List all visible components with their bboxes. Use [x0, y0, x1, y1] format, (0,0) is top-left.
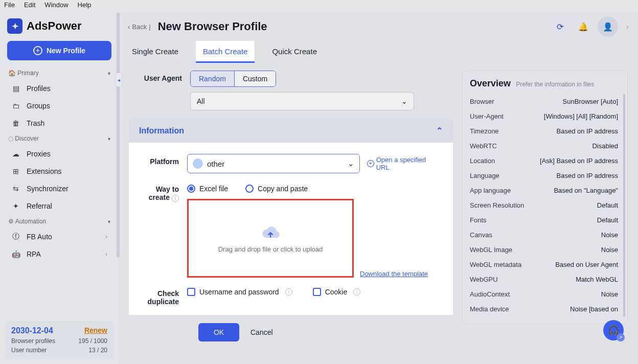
tab-single[interactable]: Single Create [129, 41, 181, 63]
chevron-right-icon: › [105, 233, 107, 240]
sidebar-item-profiles[interactable]: ▤Profiles [0, 80, 119, 97]
sidebar-item-trash[interactable]: 🗑Trash [0, 115, 119, 132]
notifications-button[interactable]: 🔔 [574, 17, 593, 36]
new-profile-label: New Profile [47, 47, 85, 55]
open-url-link[interactable]: +Open a specified URL [367, 156, 441, 171]
overview-value: [Windows] [All] [Random] [544, 112, 618, 120]
sidebar-item-label: Referral [27, 202, 52, 210]
chevron-down-icon: ⌄ [348, 159, 354, 168]
sidebar-item-fbauto[interactable]: ⓕFB Auto› [0, 228, 119, 245]
label-user-agent: User Agent [129, 71, 190, 82]
refresh-icon: ⟳ [557, 22, 563, 32]
plan-row-val: 195 / 1000 [78, 337, 107, 345]
label-platform: Platform [141, 154, 187, 166]
renew-link[interactable]: Renew [84, 326, 107, 334]
avatar-icon: 👤 [603, 22, 613, 32]
ok-button[interactable]: OK [198, 323, 239, 342]
sidebar-item-rpa[interactable]: 🤖RPA› [0, 245, 119, 263]
overview-row: LanguageBased on IP address [470, 168, 618, 183]
cancel-button[interactable]: Cancel [250, 328, 273, 336]
ua-custom-button[interactable]: Custom [235, 71, 276, 86]
create-mode-tabs: Single Create Batch Create Quick Create [119, 41, 638, 63]
overview-row: AudioContextNoise [470, 287, 618, 302]
menu-help[interactable]: Help [78, 1, 92, 11]
radio-label: Copy and paste [258, 185, 308, 193]
open-url-label: Open a specified URL [376, 156, 441, 171]
tab-quick[interactable]: Quick Create [269, 41, 320, 63]
overview-row: BrowserSunBrowser [Auto] [470, 94, 618, 109]
chevron-up-icon: ⌃ [436, 126, 443, 135]
section-discover-header[interactable]: ◌ Discover ▾ [0, 132, 119, 145]
overview-value: Noise [601, 290, 618, 298]
overview-row: Location[Ask] Based on IP address [470, 153, 618, 168]
os-menubar: File Edit Window Help [0, 0, 638, 12]
sync-icon: ⇆ [11, 184, 20, 193]
radio-label: Excel file [199, 185, 228, 193]
menu-file[interactable]: File [4, 1, 15, 11]
help-fab[interactable]: 🎧 ↗ [603, 320, 624, 340]
page-title: New Browser Profile [158, 20, 267, 33]
section-automation-title: Automation [15, 218, 47, 225]
plus-circle-icon: + [367, 160, 374, 167]
new-profile-button[interactable]: + New Profile [7, 41, 111, 60]
download-template-link[interactable]: Download the template [360, 270, 428, 278]
overview-value: Noise [601, 231, 618, 239]
overview-subtitle: Prefer the information in files [516, 81, 595, 88]
overview-row: WebGL ImageNoise [470, 242, 618, 257]
section-primary-title: Primary [17, 70, 38, 77]
overview-row: FontsDefault [470, 213, 618, 228]
information-accordion[interactable]: Information ⌃ [129, 119, 453, 143]
sidebar-collapse-button[interactable]: ◂ [115, 73, 122, 87]
chevron-right-icon[interactable]: › [626, 22, 629, 31]
brand-logo-icon: ✦ [7, 18, 22, 34]
menu-edit[interactable]: Edit [24, 1, 35, 11]
chk-cookie[interactable]: Cookiei [313, 288, 361, 296]
sidebar-item-referral[interactable]: ✦Referral [0, 197, 119, 215]
radio-excel[interactable]: Excel file [187, 185, 228, 193]
sidebar-item-groups[interactable]: 🗀Groups [0, 97, 119, 115]
rpa-icon: 🤖 [11, 249, 20, 259]
platform-select[interactable]: other ⌄ [187, 154, 360, 173]
sidebar-item-proxies[interactable]: ☁Proxies [0, 145, 119, 163]
help-icon[interactable]: i [285, 288, 292, 295]
radio-copy-paste[interactable]: Copy and paste [245, 185, 308, 193]
main: ‹ Back | New Browser Profile ⟳ 🔔 👤 › Sin… [119, 12, 638, 364]
overview-row: App languageBased on "Language" [470, 183, 618, 198]
overview-value: Based on IP address [557, 127, 618, 135]
sidebar-item-label: Extensions [27, 167, 61, 175]
bell-icon: 🔔 [578, 22, 588, 32]
overview-value: Based on User Agent [555, 261, 618, 268]
sidebar-item-extensions[interactable]: ⊞Extensions [0, 163, 119, 180]
chevron-down-icon: ▾ [108, 136, 110, 142]
plus-icon: + [33, 46, 42, 55]
overview-key: User-Agent [470, 112, 504, 120]
refresh-button[interactable]: ⟳ [551, 17, 569, 36]
overview-value: Based on IP address [557, 172, 618, 179]
help-icon[interactable]: i [353, 288, 360, 295]
sidebar-item-label: FB Auto [27, 233, 52, 241]
menu-window[interactable]: Window [44, 1, 68, 11]
overview-key: WebGL Image [470, 246, 512, 254]
overview-panel: Overview Prefer the information in files… [462, 71, 628, 324]
avatar[interactable]: 👤 [598, 16, 618, 37]
plan-row-key: Browser profiles [11, 337, 55, 345]
plan-date: 2030-12-04 [11, 326, 53, 335]
accordion-title: Information [139, 126, 184, 135]
section-primary-header[interactable]: 🏠 Primary ▾ [0, 66, 119, 80]
chk-username-password[interactable]: Username and passwordi [187, 288, 292, 296]
ua-select[interactable]: All ⌄ [190, 92, 414, 110]
ua-random-button[interactable]: Random [191, 71, 235, 86]
overview-row: Media deviceNoise [based on [470, 302, 618, 316]
help-icon[interactable]: i [172, 195, 179, 202]
tab-batch[interactable]: Batch Create [196, 41, 255, 63]
overview-value: Disabled [592, 142, 618, 150]
back-button[interactable]: ‹ Back | [128, 23, 151, 31]
fb-icon: ⓕ [11, 232, 20, 241]
sidebar-item-synchronizer[interactable]: ⇆Synchronizer [0, 180, 119, 197]
overview-row: TimezoneBased on IP address [470, 124, 618, 139]
chevron-right-icon: › [105, 251, 107, 258]
section-automation-header[interactable]: ⚙ Automation ▾ [0, 215, 119, 228]
overview-key: App language [470, 187, 511, 194]
file-dropzone[interactable]: Drag and drop file or click to upload [187, 199, 354, 278]
page-header: ‹ Back | New Browser Profile ⟳ 🔔 👤 › [119, 12, 638, 41]
